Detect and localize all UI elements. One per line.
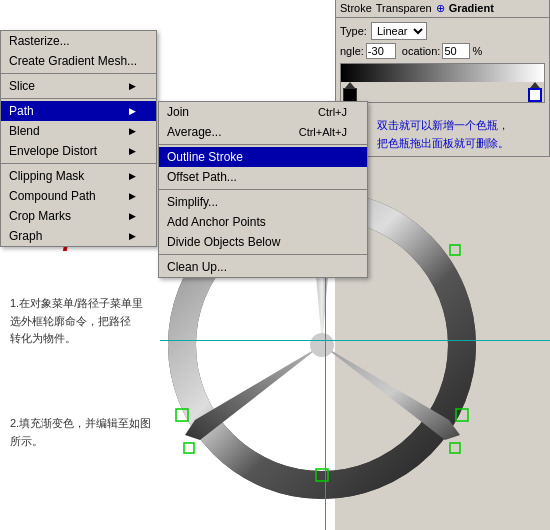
step-desc1: 1.在对象菜单/路径子菜单里 选外框轮廓命令，把路径 转化为物件。 xyxy=(10,295,160,348)
compound-path-label: Compound Path xyxy=(9,189,96,203)
type-select[interactable]: Linear Radial xyxy=(371,22,427,40)
menu-rasterize[interactable]: Rasterize... xyxy=(1,31,156,51)
gradient-tab-arrow: ⊕ xyxy=(436,2,445,15)
angle-input[interactable] xyxy=(366,43,396,59)
main-area: Step 9. 1.在对象菜单/路径子菜单里 选外框轮廓命令，把路径 转化为物件… xyxy=(0,0,550,530)
stop-color-left xyxy=(343,88,357,102)
submenu-clean-up[interactable]: Clean Up... xyxy=(159,257,367,277)
rasterize-label: Rasterize... xyxy=(9,34,70,48)
submenu-add-anchor[interactable]: Add Anchor Points xyxy=(159,212,367,232)
step-desc2-text: 2.填充渐变色，并编辑至如图 所示。 xyxy=(10,415,160,450)
menu-graph[interactable]: Graph xyxy=(1,226,156,246)
average-shortcut: Ctrl+Alt+J xyxy=(299,126,347,138)
path-menu-item-wrapper: Path Join Ctrl+J Average... Ctrl+Alt+J xyxy=(1,101,156,121)
crop-marks-label: Crop Marks xyxy=(9,209,71,223)
outline-stroke-label: Outline Stroke xyxy=(167,150,243,164)
menu-compound-path[interactable]: Compound Path xyxy=(1,186,156,206)
submenu-sep-1 xyxy=(159,144,367,145)
menu-envelope-distort[interactable]: Envelope Distort xyxy=(1,141,156,161)
location-label: ocation: xyxy=(402,45,441,57)
path-label: Path xyxy=(9,104,34,118)
menu-crop-marks[interactable]: Crop Marks xyxy=(1,206,156,226)
submenu-sep-2 xyxy=(159,189,367,190)
step-desc2: 2.填充渐变色，并编辑至如图 所示。 xyxy=(10,415,160,450)
svg-rect-10 xyxy=(450,443,460,453)
gradient-stops-row xyxy=(341,82,544,102)
panel-title-bar: Stroke Transparen ⊕ Gradient xyxy=(336,0,549,18)
gradient-tab[interactable]: Gradient xyxy=(449,2,494,15)
join-shortcut: Ctrl+J xyxy=(318,106,347,118)
gradient-mesh-label: Create Gradient Mesh... xyxy=(9,54,137,68)
angle-label: ngle: xyxy=(340,45,364,57)
menu-path[interactable]: Path xyxy=(1,101,156,121)
svg-rect-8 xyxy=(450,245,460,255)
separator-3 xyxy=(1,163,156,164)
join-label: Join xyxy=(167,105,189,119)
submenu-offset-path[interactable]: Offset Path... xyxy=(159,167,367,187)
graph-label: Graph xyxy=(9,229,42,243)
gradient-stop-left[interactable] xyxy=(343,82,357,102)
submenu-outline-stroke[interactable]: Outline Stroke xyxy=(159,147,367,167)
menu-gradient-mesh[interactable]: Create Gradient Mesh... xyxy=(1,51,156,71)
divide-objects-label: Divide Objects Below xyxy=(167,235,280,249)
percent-label: % xyxy=(472,45,482,57)
svg-point-3 xyxy=(310,333,334,357)
gradient-panel-content: Type: Linear Radial ngle: ocation: % xyxy=(336,18,549,113)
submenu-simplify[interactable]: Simplify... xyxy=(159,192,367,212)
menu-slice[interactable]: Slice xyxy=(1,76,156,96)
separator-2 xyxy=(1,98,156,99)
stroke-tab[interactable]: Stroke xyxy=(340,2,372,15)
gradient-bar-wrapper xyxy=(340,63,545,103)
clipping-mask-label: Clipping Mask xyxy=(9,169,84,183)
stop-color-right xyxy=(528,88,542,102)
menu-blend[interactable]: Blend xyxy=(1,121,156,141)
menu-clipping-mask[interactable]: Clipping Mask xyxy=(1,166,156,186)
transparent-tab[interactable]: Transparen xyxy=(376,2,432,15)
path-submenu: Join Ctrl+J Average... Ctrl+Alt+J Outlin… xyxy=(158,101,368,278)
clean-up-label: Clean Up... xyxy=(167,260,227,274)
offset-path-label: Offset Path... xyxy=(167,170,237,184)
angle-location-row: ngle: ocation: % xyxy=(340,43,545,59)
guide-horizontal xyxy=(160,340,550,341)
menu-container: Rasterize... Create Gradient Mesh... Sli… xyxy=(0,30,157,247)
gradient-bar[interactable] xyxy=(341,64,544,82)
submenu-average[interactable]: Average... Ctrl+Alt+J xyxy=(159,122,367,142)
envelope-distort-label: Envelope Distort xyxy=(9,144,97,158)
annotation-line2: 把色瓶拖出面板就可删除。 xyxy=(340,135,545,153)
submenu-sep-3 xyxy=(159,254,367,255)
gradient-stop-right[interactable] xyxy=(528,82,542,102)
annotation-line1: 双击就可以新增一个色瓶， xyxy=(340,117,545,135)
separator-1 xyxy=(1,73,156,74)
simplify-label: Simplify... xyxy=(167,195,218,209)
submenu-join[interactable]: Join Ctrl+J xyxy=(159,102,367,122)
main-menu: Rasterize... Create Gradient Mesh... Sli… xyxy=(0,30,157,247)
slice-label: Slice xyxy=(9,79,35,93)
location-input[interactable] xyxy=(442,43,470,59)
add-anchor-label: Add Anchor Points xyxy=(167,215,266,229)
svg-rect-11 xyxy=(184,443,194,453)
step-desc1-text: 1.在对象菜单/路径子菜单里 选外框轮廓命令，把路径 转化为物件。 xyxy=(10,295,160,348)
type-row: Type: Linear Radial xyxy=(340,22,545,40)
submenu-divide-objects[interactable]: Divide Objects Below xyxy=(159,232,367,252)
average-label: Average... xyxy=(167,125,221,139)
blend-label: Blend xyxy=(9,124,40,138)
type-label: Type: xyxy=(340,25,367,37)
